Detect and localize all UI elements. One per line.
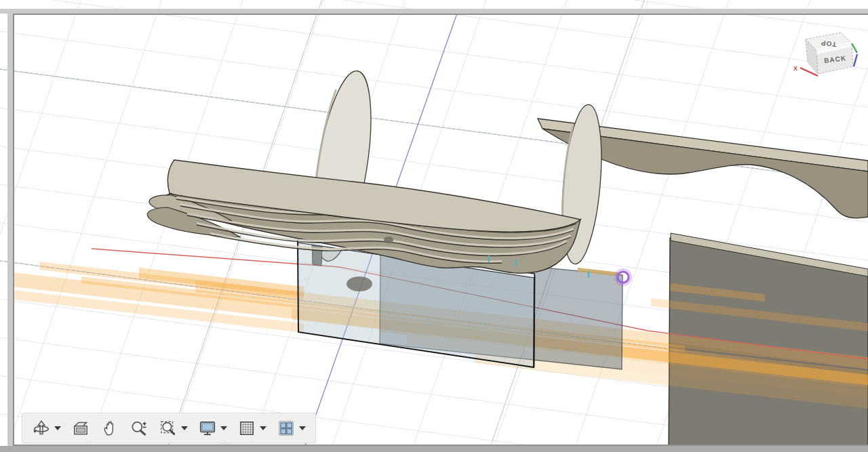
pan-hand-icon xyxy=(100,419,119,438)
viewport-border-top-line xyxy=(13,14,868,15)
viewports-dropdown-arrow[interactable] xyxy=(299,426,306,430)
display-settings-dropdown-arrow[interactable] xyxy=(220,426,227,430)
viewports-icon xyxy=(277,419,296,438)
grid-icon xyxy=(237,419,256,438)
viewport-border-top xyxy=(0,9,868,14)
display-settings-tool-button[interactable] xyxy=(198,419,227,438)
look-at-tool-button[interactable] xyxy=(71,419,90,438)
grid-and-snaps-tool-button[interactable] xyxy=(237,419,267,438)
orbit-dropdown-arrow[interactable] xyxy=(54,426,61,430)
view-cube-x-axis-label: X xyxy=(793,65,797,72)
display-settings-icon xyxy=(198,419,217,438)
model-scene xyxy=(0,0,868,452)
view-cube[interactable]: TOP BACK X xyxy=(791,24,867,87)
application-window: TOP BACK X xyxy=(0,0,868,452)
zoom-window-dropdown-arrow[interactable] xyxy=(181,426,188,430)
zoom-window-icon xyxy=(159,419,178,438)
view-cube-z-axis xyxy=(854,54,857,66)
zoom-icon xyxy=(130,419,149,438)
viewport-border-bottom xyxy=(0,446,868,452)
grid-and-snaps-dropdown-arrow[interactable] xyxy=(260,426,267,430)
pan-tool-button[interactable] xyxy=(100,419,119,438)
viewports-tool-button[interactable] xyxy=(277,419,306,438)
viewport-border-left-line xyxy=(13,14,14,446)
navigation-toolbar xyxy=(22,413,316,443)
zoom-window-tool-button[interactable] xyxy=(159,419,188,438)
look-at-icon xyxy=(71,419,90,438)
viewport-border-left xyxy=(7,9,13,447)
orbit-tool-button[interactable] xyxy=(32,419,61,438)
origin-point-marker xyxy=(347,276,372,291)
3d-viewport-canvas[interactable] xyxy=(0,0,868,452)
zoom-tool-button[interactable] xyxy=(130,419,149,438)
orbit-icon xyxy=(32,419,51,438)
